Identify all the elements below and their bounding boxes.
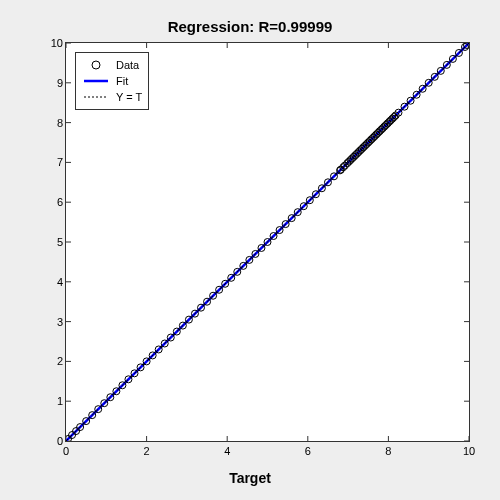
legend-entry-fit: Fit xyxy=(82,73,142,89)
x-tick-label: 2 xyxy=(144,445,150,457)
x-tick-label: 8 xyxy=(385,445,391,457)
legend: Data Fit Y = T xyxy=(75,52,149,110)
dashed-line-icon xyxy=(82,90,110,104)
x-tick-label: 6 xyxy=(305,445,311,457)
legend-label: Data xyxy=(116,59,139,71)
y-tick-label: 4 xyxy=(51,276,63,288)
y-tick-label: 3 xyxy=(51,316,63,328)
y-tick-label: 6 xyxy=(51,196,63,208)
regression-figure: Regression: R=0.99999 Output ~= 1*Target… xyxy=(0,0,500,500)
x-tick-label: 4 xyxy=(224,445,230,457)
solid-line-icon xyxy=(82,74,110,88)
chart-title: Regression: R=0.99999 xyxy=(0,18,500,35)
y-tick-label: 7 xyxy=(51,156,63,168)
svg-point-130 xyxy=(92,61,100,69)
y-tick-label: 2 xyxy=(51,355,63,367)
legend-entry-data: Data xyxy=(82,57,142,73)
x-axis-label: Target xyxy=(0,470,500,486)
y-tick-label: 0 xyxy=(51,435,63,447)
legend-entry-yt: Y = T xyxy=(82,89,142,105)
y-tick-label: 8 xyxy=(51,117,63,129)
x-tick-label: 10 xyxy=(463,445,475,457)
y-tick-label: 10 xyxy=(45,37,63,49)
y-tick-label: 5 xyxy=(51,236,63,248)
legend-label: Y = T xyxy=(116,91,142,103)
legend-label: Fit xyxy=(116,75,128,87)
x-tick-label: 0 xyxy=(63,445,69,457)
circle-marker-icon xyxy=(82,58,110,72)
y-tick-label: 9 xyxy=(51,77,63,89)
y-tick-label: 1 xyxy=(51,395,63,407)
